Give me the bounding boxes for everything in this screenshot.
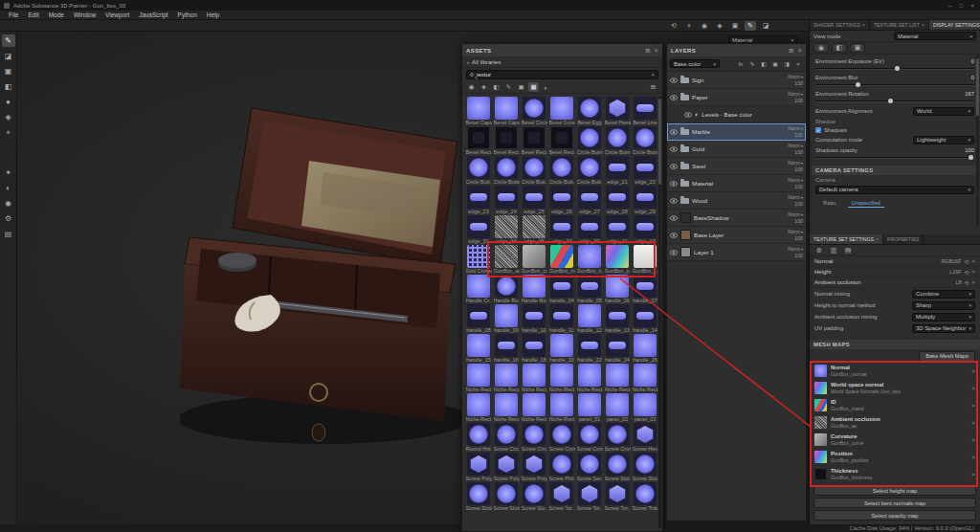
asset-item[interactable]: handle_26: [632, 334, 658, 364]
viewport-rotate-icon[interactable]: ⟲: [668, 21, 679, 31]
export-settings-icon[interactable]: ▤: [842, 246, 854, 255]
asset-item[interactable]: Circle Button: [493, 156, 520, 186]
layer-blend-opacity[interactable]: Norm100: [788, 91, 803, 103]
particles-tool-icon[interactable]: ✦: [2, 166, 15, 179]
asset-item[interactable]: Screw Tor...: [548, 482, 575, 512]
asset-item[interactable]: Bevel Line: [632, 97, 658, 126]
asset-item[interactable]: Bevel Circle: [521, 97, 547, 126]
reset-channel-icon[interactable]: ⟲: [964, 279, 969, 286]
channel-row[interactable]: Ambient occlusion L8 ⟲ ×: [810, 277, 980, 288]
asset-item[interactable]: Handle Cr...: [465, 275, 492, 304]
asset-item[interactable]: Bevel Hexa...: [604, 97, 631, 126]
layer-name[interactable]: Marble: [692, 128, 785, 135]
asset-item[interactable]: GunBox_ao...: [493, 245, 520, 275]
asset-item[interactable]: Screw Slo...: [521, 482, 547, 512]
asset-item[interactable]: edge_26: [548, 186, 575, 215]
asset-item[interactable]: Screw Cros...: [604, 423, 631, 453]
asset-item[interactable]: panel_01: [576, 393, 603, 423]
select-map-button[interactable]: Select bent normals map: [813, 498, 976, 508]
layer-blend-opacity[interactable]: Norm100: [788, 177, 803, 189]
asset-item[interactable]: Round Hol...: [465, 423, 492, 453]
menu-item[interactable]: Help: [202, 11, 224, 18]
dock-icon[interactable]: ⊞: [789, 47, 794, 55]
remove-channel-icon[interactable]: ×: [971, 258, 975, 264]
quick-mask-icon[interactable]: ◐: [2, 182, 15, 194]
asset-item[interactable]: Screw Poly...: [493, 453, 520, 482]
asset-item[interactable]: Bevel Caps: [465, 97, 492, 126]
asset-item[interactable]: handle_22: [576, 334, 603, 364]
menu-item[interactable]: JavaScript: [134, 11, 172, 18]
layer-row[interactable]: ◐ Levels - Base color: [667, 106, 806, 123]
layer-blend-opacity[interactable]: Norm100: [788, 74, 803, 86]
select-map-button[interactable]: Select height map: [813, 485, 976, 496]
layer-name[interactable]: Wood: [692, 197, 785, 204]
layer-row[interactable]: ◐ BaseShadow Norm100: [667, 210, 806, 227]
camera-dropdown[interactable]: Default camera: [815, 186, 974, 194]
asset-item[interactable]: Niche Rect...: [465, 364, 492, 393]
alphas-filter-icon[interactable]: ▣: [516, 82, 526, 92]
layer-visibility-toggle[interactable]: [670, 233, 678, 238]
asset-item[interactable]: Bevel Rect...: [521, 126, 547, 156]
asset-item[interactable]: handle_08: [465, 304, 492, 334]
asset-item[interactable]: Circle Butt...: [548, 156, 575, 186]
layer-row[interactable]: ◐ Layer 1 Norm100: [667, 244, 806, 261]
dual-view-icon[interactable]: ▣: [850, 43, 865, 53]
layer-row[interactable]: ◐ Wood Norm100: [667, 192, 806, 210]
smart-materials-filter-icon[interactable]: ◈: [479, 82, 489, 92]
environments-filter-icon[interactable]: ◐: [541, 82, 551, 92]
assets-breadcrumb[interactable]: All libraries: [472, 58, 501, 65]
asset-item[interactable]: Niche Rect...: [548, 393, 575, 423]
asset-item[interactable]: edge_23: [465, 186, 492, 215]
asset-item[interactable]: Niche Rect...: [465, 393, 492, 423]
asset-item[interactable]: handle_15: [465, 334, 492, 364]
close-tab-icon[interactable]: ×: [862, 22, 865, 28]
close-button[interactable]: ×: [970, 3, 974, 9]
tab-ratio[interactable]: Ratio: [819, 199, 840, 207]
shadow-opacity-slider[interactable]: [815, 154, 974, 162]
layer-row[interactable]: ◐ Sign Norm100: [667, 72, 806, 89]
asset-item[interactable]: Screw Cros...: [548, 423, 575, 453]
layer-visibility-toggle[interactable]: [684, 112, 692, 118]
close-tab-icon[interactable]: ×: [876, 236, 879, 242]
remove-mesh-map-icon[interactable]: ×: [971, 403, 975, 409]
env-rotation-value[interactable]: 167: [965, 91, 974, 97]
asset-item[interactable]: handle_04: [548, 275, 575, 304]
add-effect-icon[interactable]: fx: [736, 59, 746, 69]
layer-name[interactable]: Layer 1: [694, 249, 785, 255]
mesh-map-row[interactable]: Curvature GunBox_curve ×: [810, 432, 980, 449]
add-mask-icon[interactable]: ◨: [782, 59, 791, 69]
asset-item[interactable]: handle_05: [576, 275, 603, 304]
view-mode-dropdown[interactable]: Material: [894, 32, 976, 40]
material-mode-icon[interactable]: ◉: [813, 43, 829, 53]
asset-item[interactable]: Screw Hex...: [632, 423, 658, 453]
layer-visibility-toggle[interactable]: [670, 181, 678, 187]
layer-blend-opacity[interactable]: Norm100: [788, 160, 803, 172]
layer-visibility-toggle[interactable]: [670, 78, 678, 83]
projection-tool-icon[interactable]: ▣: [2, 65, 15, 78]
menu-item[interactable]: Edit: [23, 11, 43, 18]
asset-item[interactable]: handle_16: [493, 334, 520, 364]
layer-row[interactable]: ◐ Material Norm100: [667, 175, 806, 192]
asset-item[interactable]: edge_22: [632, 156, 658, 186]
asset-item[interactable]: Niche Rect...: [548, 364, 575, 393]
layer-visibility-toggle[interactable]: [670, 198, 678, 204]
asset-item[interactable]: Bevel Cross: [548, 97, 575, 126]
asset-item[interactable]: handle_11: [548, 304, 575, 334]
asset-item[interactable]: handle_09: [493, 304, 520, 334]
layer-visibility-toggle[interactable]: [670, 95, 678, 100]
asset-item[interactable]: Bevel Egg: [576, 97, 603, 126]
env-exposure-value[interactable]: 0: [971, 58, 974, 64]
asset-item[interactable]: Screw Tor...: [604, 482, 631, 512]
asset-item[interactable]: GunBox_cu...: [521, 245, 547, 275]
asset-item[interactable]: Circle Butt...: [521, 156, 547, 186]
add-fill-layer-icon[interactable]: ◧: [759, 59, 768, 69]
mesh-map-row[interactable]: ID GunBox_matid ×: [810, 397, 980, 414]
asset-item[interactable]: Niche Rect...: [604, 364, 631, 393]
asset-item[interactable]: handle_10: [521, 304, 547, 334]
mesh-map-row[interactable]: Thickness GunBox_thickness ×: [810, 466, 980, 483]
add-folder-icon[interactable]: ▣: [770, 59, 780, 69]
reset-channel-icon[interactable]: ⟲: [964, 258, 969, 265]
asset-item[interactable]: Niche Rect...: [576, 364, 603, 393]
smart-masks-filter-icon[interactable]: ◧: [491, 82, 501, 92]
asset-item[interactable]: Handle Ro...: [493, 275, 520, 304]
